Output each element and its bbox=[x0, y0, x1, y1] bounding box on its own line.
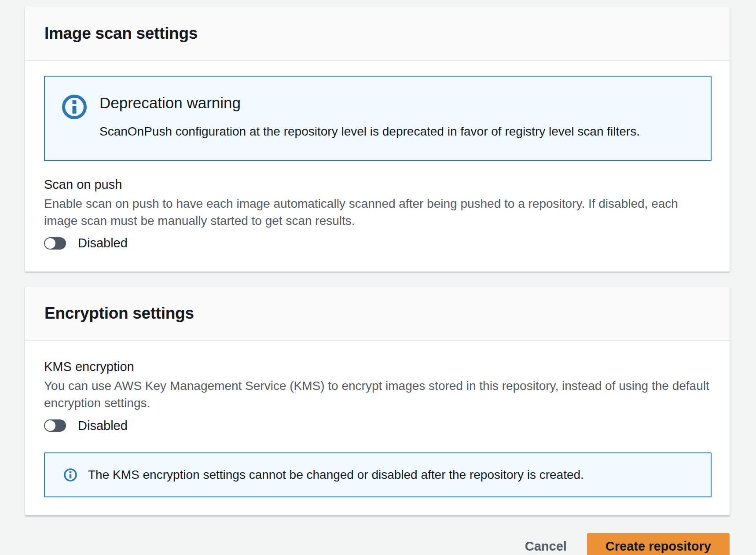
image-scan-settings-body: Deprecation warning ScanOnPush configura… bbox=[25, 61, 730, 272]
scan-on-push-label: Scan on push bbox=[44, 177, 712, 192]
form-actions: Cancel Create repository bbox=[25, 533, 730, 555]
create-repository-button[interactable]: Create repository bbox=[587, 533, 730, 555]
kms-info-alert: The KMS encryption settings cannot be ch… bbox=[44, 452, 712, 497]
image-scan-settings-card: Image scan settings Deprecation warning … bbox=[25, 7, 730, 272]
deprecation-warning-message: ScanOnPush configuration at the reposito… bbox=[99, 123, 640, 140]
deprecation-warning-alert: Deprecation warning ScanOnPush configura… bbox=[44, 76, 712, 161]
scan-on-push-toggle[interactable] bbox=[44, 237, 66, 250]
kms-encryption-toggle-state: Disabled bbox=[78, 419, 128, 433]
encryption-settings-body: KMS encryption You can use AWS Key Manag… bbox=[25, 341, 730, 515]
kms-encryption-field: KMS encryption You can use AWS Key Manag… bbox=[44, 360, 712, 433]
kms-encryption-label: KMS encryption bbox=[44, 360, 712, 374]
scan-on-push-field: Scan on push Enable scan on push to have… bbox=[44, 177, 712, 250]
encryption-settings-header: Encryption settings bbox=[25, 287, 730, 341]
kms-encryption-toggle-row: Disabled bbox=[44, 419, 712, 433]
create-repository-page: Image scan settings Deprecation warning … bbox=[0, 0, 756, 555]
kms-encryption-description: You can use AWS Key Management Service (… bbox=[44, 378, 712, 412]
scan-on-push-toggle-state: Disabled bbox=[78, 236, 128, 250]
info-icon bbox=[63, 468, 77, 482]
scan-on-push-description: Enable scan on push to have each image a… bbox=[44, 195, 712, 229]
scan-on-push-toggle-row: Disabled bbox=[44, 236, 712, 250]
kms-encryption-toggle[interactable] bbox=[44, 419, 66, 432]
encryption-settings-card: Encryption settings KMS encryption You c… bbox=[25, 287, 730, 515]
kms-info-alert-message: The KMS encryption settings cannot be ch… bbox=[88, 468, 584, 482]
encryption-settings-title: Encryption settings bbox=[44, 304, 710, 323]
info-icon bbox=[62, 94, 87, 120]
cancel-button[interactable]: Cancel bbox=[525, 539, 567, 554]
deprecation-warning-content: Deprecation warning ScanOnPush configura… bbox=[99, 94, 640, 140]
deprecation-warning-title: Deprecation warning bbox=[99, 94, 640, 112]
image-scan-settings-title: Image scan settings bbox=[44, 24, 710, 43]
image-scan-settings-header: Image scan settings bbox=[25, 7, 730, 61]
